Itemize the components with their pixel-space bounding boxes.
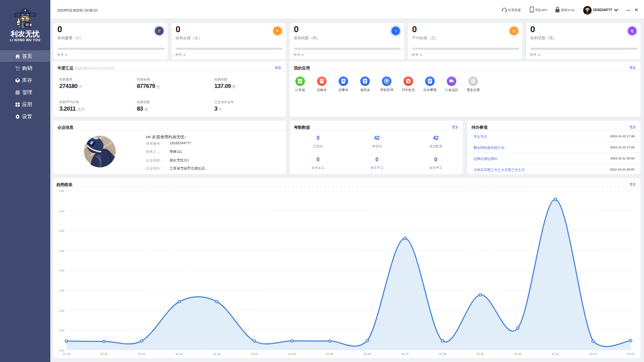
svg-text:01.30: 01.30 [514,352,522,355]
svg-text:01.22: 01.22 [213,352,221,355]
svg-text:01.24: 01.24 [288,352,296,355]
svg-text:01.25: 01.25 [326,352,334,355]
svg-text:01.20: 01.20 [138,352,145,355]
svg-text:1.80: 1.80 [59,269,64,272]
svg-text:2.30: 2.30 [59,249,64,252]
svg-text:01.18: 01.18 [63,352,70,355]
svg-text:0.80: 0.80 [59,309,64,312]
svg-text:3.30: 3.30 [59,210,64,213]
svg-text:01.31: 01.31 [552,352,559,355]
svg-text:-0.20: -0.20 [58,349,64,352]
svg-text:01.29: 01.29 [476,352,484,355]
svg-text:2.80: 2.80 [59,229,64,232]
svg-text:01.28: 01.28 [439,352,446,355]
svg-text:01.21: 01.21 [176,352,183,355]
svg-text:1.30: 1.30 [59,289,64,292]
svg-text:01.23: 01.23 [251,352,259,355]
svg-text:01.19: 01.19 [101,352,108,355]
svg-text:0.30: 0.30 [59,329,64,332]
svg-text:3.80: 3.80 [59,190,64,193]
svg-text:01.27: 01.27 [401,352,409,355]
svg-text:01.26: 01.26 [364,352,371,355]
svg-text:02.02: 02.02 [627,352,634,355]
svg-text:02.01: 02.01 [590,352,597,355]
